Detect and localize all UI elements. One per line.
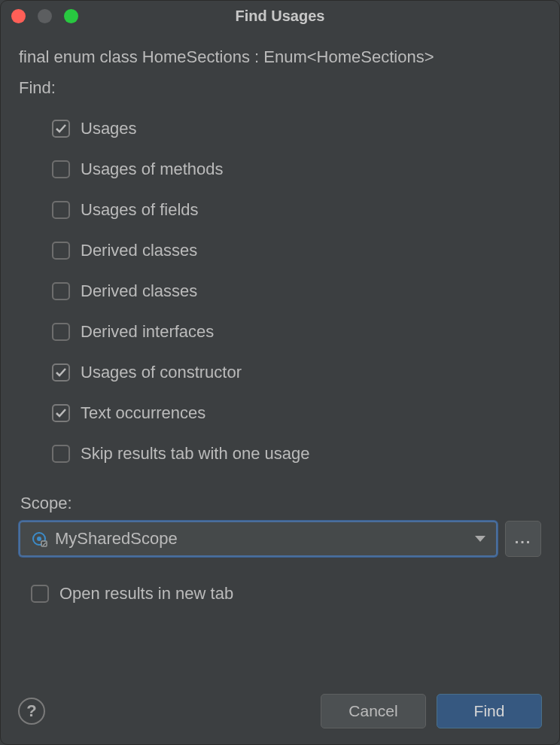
dialog-title: Find Usages — [1, 8, 559, 25]
checkbox-open-results-new-tab[interactable] — [31, 585, 49, 603]
option-derived-classes-1[interactable]: Derived classes — [19, 230, 541, 271]
dialog-footer: ? Cancel Find — [18, 694, 542, 728]
scope-row: MySharedScope ... — [19, 521, 541, 557]
checkbox-usages[interactable] — [52, 120, 70, 138]
find-button[interactable]: Find — [437, 694, 542, 728]
checkbox-derived-classes-2[interactable] — [52, 282, 70, 300]
option-usages[interactable]: Usages — [19, 108, 541, 149]
window-close-button[interactable] — [11, 9, 26, 23]
option-usages-constructor[interactable]: Usages of constructor — [19, 352, 541, 393]
window-minimize-button[interactable] — [38, 9, 52, 23]
option-label: Usages of methods — [81, 160, 224, 179]
option-usages-methods[interactable]: Usages of methods — [19, 149, 541, 190]
checkbox-derived-interfaces[interactable] — [52, 323, 70, 341]
scope-selected-value: MySharedScope — [55, 529, 467, 549]
scope-shared-icon — [31, 531, 47, 547]
checkbox-usages-methods[interactable] — [52, 160, 70, 178]
window-maximize-button[interactable] — [64, 9, 78, 23]
option-label: Derived interfaces — [81, 322, 214, 342]
traffic-lights — [11, 9, 78, 23]
option-open-results-new-tab[interactable]: Open results in new tab — [19, 584, 541, 604]
option-label: Usages of constructor — [81, 363, 242, 382]
scope-more-button[interactable]: ... — [505, 521, 541, 557]
option-label: Usages — [81, 119, 137, 138]
option-label: Open results in new tab — [59, 584, 233, 604]
option-label: Derived classes — [81, 281, 197, 301]
option-usages-fields[interactable]: Usages of fields — [19, 190, 541, 230]
chevron-down-icon — [475, 536, 485, 542]
svg-rect-2 — [41, 541, 47, 546]
option-label: Text occurrences — [81, 403, 205, 423]
titlebar: Find Usages — [1, 1, 559, 31]
svg-point-1 — [37, 537, 41, 541]
checkbox-usages-fields[interactable] — [52, 201, 70, 219]
option-label: Derived classes — [81, 241, 197, 260]
dialog-content: final enum class HomeSections : Enum<Hom… — [1, 31, 559, 604]
find-options-list: Usages Usages of methods Usages of field… — [19, 108, 541, 474]
cancel-button[interactable]: Cancel — [321, 694, 426, 728]
checkbox-usages-constructor[interactable] — [52, 363, 70, 382]
scope-select[interactable]: MySharedScope — [19, 521, 498, 557]
option-skip-results-tab[interactable]: Skip results tab with one usage — [19, 433, 541, 474]
option-derived-classes-2[interactable]: Derived classes — [19, 271, 541, 312]
find-section-label: Find: — [19, 78, 541, 98]
scope-section: Scope: MySharedScope ... — [19, 494, 541, 557]
element-signature: final enum class HomeSections : Enum<Hom… — [19, 46, 541, 69]
option-text-occurrences[interactable]: Text occurrences — [19, 393, 541, 433]
option-derived-interfaces[interactable]: Derived interfaces — [19, 312, 541, 352]
help-button[interactable]: ? — [18, 698, 45, 725]
checkbox-text-occurrences[interactable] — [52, 404, 70, 422]
checkbox-skip-results-tab[interactable] — [52, 445, 70, 463]
scope-label: Scope: — [19, 494, 541, 513]
option-label: Skip results tab with one usage — [81, 444, 310, 464]
checkbox-derived-classes-1[interactable] — [52, 242, 70, 260]
option-label: Usages of fields — [81, 200, 199, 220]
